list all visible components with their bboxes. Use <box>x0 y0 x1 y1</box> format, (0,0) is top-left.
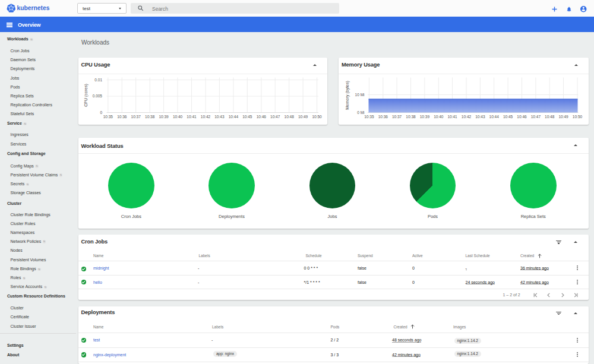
svg-text:10:35: 10:35 <box>103 115 113 119</box>
svg-text:Memory (bytes): Memory (bytes) <box>345 81 350 110</box>
svg-text:10:50: 10:50 <box>312 115 322 119</box>
svg-text:10:42: 10:42 <box>200 115 210 119</box>
svg-text:10:50: 10:50 <box>573 115 583 119</box>
svg-text:10:45: 10:45 <box>242 115 252 119</box>
svg-text:10:37: 10:37 <box>392 115 402 119</box>
svg-text:10:38: 10:38 <box>406 115 416 119</box>
svg-text:10:41: 10:41 <box>447 115 457 119</box>
svg-text:CPU (cores): CPU (cores) <box>83 84 88 107</box>
svg-text:10:48: 10:48 <box>545 115 555 119</box>
svg-text:0: 0 <box>100 110 102 115</box>
svg-text:10:36: 10:36 <box>117 115 127 119</box>
svg-text:0.01: 0.01 <box>94 78 102 82</box>
svg-text:10:44: 10:44 <box>228 115 238 119</box>
svg-text:10:48: 10:48 <box>284 115 294 119</box>
svg-text:10:46: 10:46 <box>517 115 527 119</box>
svg-text:10:49: 10:49 <box>298 115 308 119</box>
svg-text:10:38: 10:38 <box>145 115 155 119</box>
svg-text:10:45: 10:45 <box>503 115 513 119</box>
svg-text:10:46: 10:46 <box>256 115 266 119</box>
svg-text:10:39: 10:39 <box>159 115 169 119</box>
svg-text:10:43: 10:43 <box>214 115 225 119</box>
svg-text:10:47: 10:47 <box>531 115 541 119</box>
svg-text:10:39: 10:39 <box>420 115 430 119</box>
svg-text:0.005: 0.005 <box>92 94 102 98</box>
svg-text:0 Mi: 0 Mi <box>357 110 364 115</box>
svg-text:10 Mi: 10 Mi <box>355 93 365 97</box>
svg-text:10:42: 10:42 <box>462 115 472 119</box>
svg-text:10:40: 10:40 <box>434 115 444 119</box>
svg-text:10:43: 10:43 <box>475 115 485 119</box>
svg-text:10:35: 10:35 <box>364 115 374 119</box>
svg-text:10:44: 10:44 <box>489 115 500 119</box>
svg-text:10:47: 10:47 <box>270 115 280 119</box>
svg-text:10:49: 10:49 <box>558 115 568 119</box>
svg-text:10:36: 10:36 <box>378 115 388 119</box>
svg-text:10:40: 10:40 <box>172 115 182 119</box>
svg-text:10:37: 10:37 <box>131 115 141 119</box>
svg-text:10:41: 10:41 <box>187 115 197 119</box>
